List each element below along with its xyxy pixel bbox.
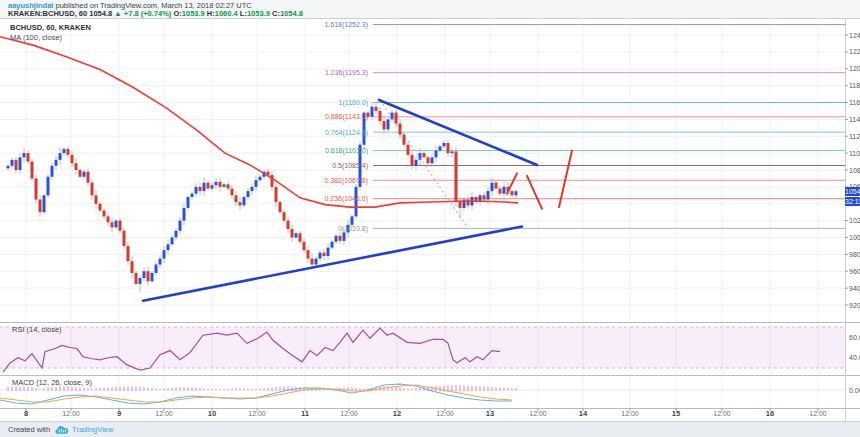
candle-down bbox=[427, 157, 430, 163]
candle-up bbox=[167, 244, 170, 250]
axis-time-label: 9 bbox=[117, 410, 121, 418]
candle-down bbox=[459, 202, 462, 208]
candle-up bbox=[335, 236, 338, 242]
candle-up bbox=[391, 113, 394, 120]
chart-legend: BCHUSD, 60, KRAKEN MA (100, close) bbox=[10, 23, 91, 43]
candle-up bbox=[259, 177, 262, 180]
tradingview-brand[interactable]: TradingView bbox=[72, 425, 113, 434]
candle-down bbox=[111, 222, 114, 227]
candle-up bbox=[63, 149, 66, 153]
axis-price-label: 940.0 bbox=[849, 285, 860, 292]
candle-up bbox=[183, 208, 186, 221]
axis-time-label: 12 bbox=[393, 410, 401, 418]
candle-down bbox=[199, 187, 202, 191]
candle-up bbox=[151, 273, 154, 281]
fib-label: 0.618(1103.0) bbox=[288, 147, 368, 154]
ma-legend[interactable]: MA (100, close) bbox=[10, 33, 91, 43]
candle-up bbox=[143, 271, 146, 278]
axis-time-label: 12:00 bbox=[529, 410, 547, 418]
candle-down bbox=[119, 221, 122, 231]
candle-down bbox=[299, 233, 302, 241]
candle-down bbox=[283, 212, 286, 220]
candle-down bbox=[71, 155, 74, 163]
axis-price-label: 1100.0 bbox=[849, 150, 860, 157]
candle-up bbox=[55, 160, 58, 166]
candle-up bbox=[215, 182, 218, 185]
candle-down bbox=[227, 184, 230, 188]
candle-up bbox=[83, 172, 86, 177]
axis-price-label: 1160.0 bbox=[849, 99, 860, 106]
axis-time-label: 12:00 bbox=[248, 410, 266, 418]
candle-down bbox=[511, 191, 514, 195]
candle-down bbox=[383, 121, 386, 129]
candle-down bbox=[495, 183, 498, 189]
candle-up bbox=[503, 187, 506, 194]
fib-label: 0.382(1067.8) bbox=[288, 177, 368, 184]
candle-up bbox=[223, 184, 226, 187]
candle-down bbox=[127, 246, 130, 261]
candle-up bbox=[211, 185, 214, 188]
candle-up bbox=[387, 119, 390, 129]
candle-down bbox=[447, 143, 450, 153]
candle-up bbox=[515, 191, 518, 195]
axis-time-label: 12:00 bbox=[62, 410, 80, 418]
candle-up bbox=[155, 265, 158, 273]
chart-legend-title[interactable]: BCHUSD, 60, KRAKEN bbox=[10, 23, 91, 33]
candle-up bbox=[491, 183, 494, 191]
candle-up bbox=[371, 107, 374, 117]
candle-down bbox=[483, 195, 486, 199]
ma100-line bbox=[0, 37, 518, 207]
candle-up bbox=[203, 183, 206, 191]
macd-pane-label[interactable]: MACD (12, 26, close, 9) bbox=[12, 378, 92, 387]
candle-up bbox=[247, 191, 250, 197]
rsi-pane-label[interactable]: RSI (14, close) bbox=[12, 325, 62, 334]
candle-down bbox=[455, 151, 458, 202]
candle-down bbox=[407, 145, 410, 155]
candle-down bbox=[35, 178, 38, 199]
candle-up bbox=[175, 231, 178, 238]
fib-label: 0.764(1124.8) bbox=[288, 129, 368, 136]
candle-up bbox=[19, 157, 22, 170]
fib-label: 0.236(1046.0) bbox=[288, 195, 368, 202]
candle-down bbox=[235, 195, 238, 202]
last-price-badge: 1054.8 bbox=[845, 187, 860, 196]
axis-time-label: 13 bbox=[486, 410, 494, 418]
macd-line bbox=[0, 384, 512, 404]
axis-price-label: 1140.0 bbox=[849, 116, 860, 123]
candle-down bbox=[207, 183, 210, 189]
candle-down bbox=[239, 202, 242, 205]
candle-down bbox=[99, 204, 102, 211]
chart-canvas[interactable] bbox=[0, 0, 860, 437]
candle-wicks bbox=[8, 103, 516, 293]
footer: Created with TradingView bbox=[0, 421, 860, 437]
axis-time-label: 12:00 bbox=[713, 410, 731, 418]
candle-down bbox=[147, 271, 150, 281]
candle-down bbox=[219, 182, 222, 187]
candle-up bbox=[43, 195, 46, 212]
candle-down bbox=[67, 149, 70, 155]
candle-down bbox=[279, 202, 282, 212]
bar-countdown-badge: 32:11 bbox=[845, 197, 860, 206]
candle-up bbox=[443, 143, 446, 146]
candle-down bbox=[403, 135, 406, 145]
candle-up bbox=[163, 250, 166, 258]
candle-down bbox=[499, 189, 502, 194]
axis-time-label: 8 bbox=[24, 410, 28, 418]
axis-price-label: 1020.0 bbox=[849, 217, 860, 224]
fib-label: 0(1010.8) bbox=[288, 225, 368, 232]
candle-down bbox=[379, 111, 382, 121]
axis-price-label: 1120.0 bbox=[849, 133, 860, 140]
candle-up bbox=[23, 153, 26, 157]
candle-up bbox=[179, 221, 182, 231]
axis-price-label: 960.0 bbox=[849, 268, 860, 275]
candle-up bbox=[315, 259, 318, 265]
candle-up bbox=[255, 180, 258, 187]
candle-up bbox=[487, 191, 490, 199]
candle-down bbox=[31, 162, 34, 179]
rsi-pane bbox=[0, 327, 845, 372]
candle-down bbox=[123, 231, 126, 246]
candle-down bbox=[103, 211, 106, 217]
candle-up bbox=[51, 166, 54, 177]
candle-down bbox=[131, 261, 134, 273]
axis-time-label: 11 bbox=[301, 410, 309, 418]
